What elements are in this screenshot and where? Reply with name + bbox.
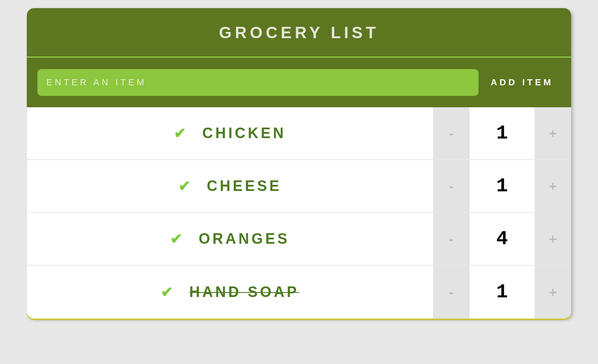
quantity-value: 1 [470, 160, 535, 212]
add-item-bar: ADD ITEM [27, 58, 571, 107]
check-icon[interactable]: ✔ [170, 230, 182, 247]
list-item: ✔CHEESE-1+ [27, 160, 571, 213]
check-icon[interactable]: ✔ [174, 125, 186, 142]
item-list: ✔CHICKEN-1+✔CHEESE-1+✔ORANGES-4+✔HAND SO… [27, 107, 571, 318]
item-name: CHICKEN [202, 125, 286, 142]
list-item: ✔HAND SOAP-1+ [27, 266, 571, 318]
decrement-button[interactable]: - [433, 107, 470, 159]
item-name: ORANGES [199, 230, 290, 247]
check-icon[interactable]: ✔ [178, 178, 191, 195]
increment-button[interactable]: + [535, 266, 571, 318]
item-main: ✔ORANGES [27, 213, 433, 265]
item-input[interactable] [37, 69, 479, 96]
item-name: HAND SOAP [189, 284, 299, 301]
quantity-value: 4 [470, 213, 535, 265]
increment-button[interactable]: + [535, 213, 571, 265]
quantity-value: 1 [470, 266, 535, 318]
page-title: GROCERY LIST [27, 8, 571, 56]
decrement-button[interactable]: - [433, 266, 470, 318]
list-item: ✔CHICKEN-1+ [27, 107, 571, 160]
item-name: CHEESE [207, 178, 282, 195]
increment-button[interactable]: + [535, 107, 571, 159]
item-main: ✔CHICKEN [27, 107, 433, 159]
decrement-button[interactable]: - [433, 160, 470, 212]
add-item-button[interactable]: ADD ITEM [491, 77, 561, 88]
check-icon[interactable]: ✔ [161, 284, 173, 301]
list-item: ✔ORANGES-4+ [27, 213, 571, 266]
increment-button[interactable]: + [535, 160, 571, 212]
grocery-list-card: GROCERY LIST ADD ITEM ✔CHICKEN-1+✔CHEESE… [27, 8, 571, 318]
item-main: ✔HAND SOAP [27, 266, 433, 318]
quantity-value: 1 [470, 107, 535, 159]
item-main: ✔CHEESE [27, 160, 433, 212]
decrement-button[interactable]: - [433, 213, 470, 265]
